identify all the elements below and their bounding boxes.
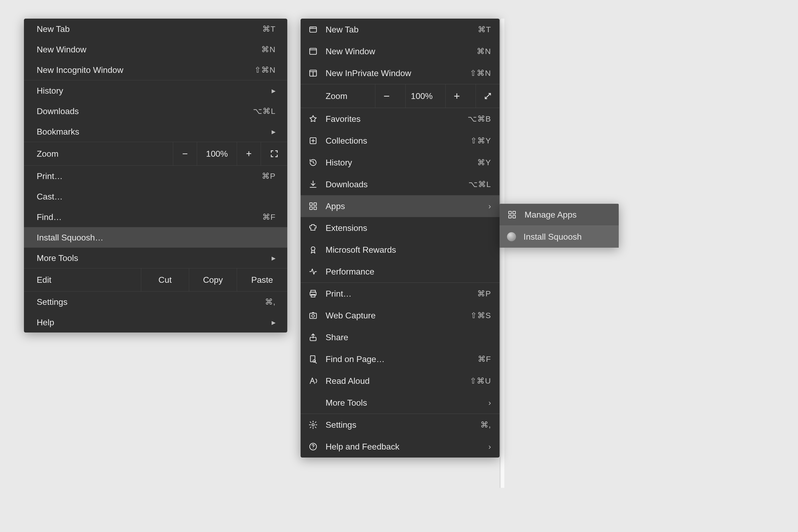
menu-item-extensions[interactable]: Extensions — [301, 217, 499, 239]
zoom-row: Zoom − 100% + — [24, 142, 287, 166]
menu-item-microsoft-rewards[interactable]: Microsoft Rewards — [301, 239, 499, 261]
shortcut-label: ⇧⌘U — [470, 377, 491, 385]
web-capture-icon — [308, 310, 318, 321]
menu-item-share[interactable]: Share — [301, 326, 499, 348]
menu-item-label: Apps — [326, 202, 481, 210]
zoom-value: 100% — [405, 84, 438, 108]
menu-item-web-capture[interactable]: Web Capture ⇧⌘S — [301, 305, 499, 326]
menu-item-apps[interactable]: Apps › — [301, 195, 499, 217]
menu-item-label: Downloads — [326, 180, 461, 189]
menu-item-more-tools[interactable]: More Tools ▸ — [24, 248, 287, 268]
menu-item-settings[interactable]: Settings ⌘, — [301, 414, 499, 436]
menu-item-label: History — [37, 87, 271, 95]
menu-item-label: Help and Feedback — [326, 442, 481, 451]
shortcut-label: ⌥⌘L — [469, 180, 491, 188]
submenu-chevron-icon: ▸ — [271, 128, 276, 136]
submenu-item-manage-apps[interactable]: Manage Apps — [499, 204, 619, 226]
menu-item-print[interactable]: Print… ⌘P — [301, 283, 499, 305]
menu-item-downloads[interactable]: Downloads ⌥⌘L — [301, 173, 499, 195]
svg-point-1 — [311, 27, 311, 28]
menu-item-print[interactable]: Print… ⌘P — [24, 166, 287, 186]
menu-item-label: New Incognito Window — [37, 66, 254, 74]
fullscreen-button[interactable] — [476, 84, 499, 108]
menu-item-label: More Tools — [37, 254, 271, 262]
menu-item-label: Downloads — [37, 107, 253, 115]
edge-overflow-menu: New Tab ⌘T New Window ⌘N New InPrivate W… — [301, 19, 499, 457]
shortcut-label: ⌘N — [261, 45, 276, 54]
menu-item-more-tools[interactable]: More Tools › — [301, 392, 499, 414]
new-window-icon — [308, 46, 318, 56]
svg-rect-10 — [314, 207, 317, 210]
shortcut-label: ⇧⌘S — [470, 311, 491, 320]
copy-button[interactable]: Copy — [189, 268, 237, 291]
new-tab-icon — [308, 24, 318, 35]
shortcut-label: ⌘T — [262, 25, 276, 33]
menu-item-new-window[interactable]: New Window ⌘N — [24, 39, 287, 60]
menu-item-collections[interactable]: Collections ⇧⌘Y — [301, 130, 499, 152]
menu-item-bookmarks[interactable]: Bookmarks ▸ — [24, 121, 287, 142]
menu-item-label: Microsoft Rewards — [326, 246, 491, 254]
zoom-out-button[interactable]: − — [375, 84, 398, 108]
menu-item-label: Find… — [37, 213, 262, 221]
shortcut-label: ⌘P — [477, 290, 491, 298]
svg-point-2 — [312, 27, 312, 28]
share-icon — [308, 332, 318, 342]
menu-item-find[interactable]: Find… ⌘F — [24, 207, 287, 227]
cut-button[interactable]: Cut — [141, 268, 189, 291]
paste-button[interactable]: Paste — [237, 268, 287, 291]
menu-item-cast[interactable]: Cast… — [24, 186, 287, 207]
menu-item-label: Favorites — [326, 115, 460, 123]
menu-item-label: Cast… — [37, 192, 276, 201]
edit-row: Edit Cut Copy Paste — [24, 268, 287, 291]
rewards-icon — [308, 245, 318, 255]
zoom-in-button[interactable]: + — [237, 142, 261, 166]
menu-item-new-window[interactable]: New Window ⌘N — [301, 40, 499, 62]
history-icon — [308, 157, 318, 168]
menu-item-downloads[interactable]: Downloads ⌥⌘L — [24, 101, 287, 121]
menu-item-install-app[interactable]: Install Squoosh… — [24, 227, 287, 248]
collections-icon — [308, 136, 318, 146]
shortcut-label: ⌥⌘L — [253, 107, 276, 115]
svg-rect-14 — [311, 294, 315, 297]
menu-item-new-tab[interactable]: New Tab ⌘T — [301, 19, 499, 40]
menu-item-settings[interactable]: Settings ⌘, — [24, 291, 287, 312]
shortcut-label: ⌘F — [262, 213, 276, 221]
shortcut-label: ⇧⌘N — [470, 69, 491, 77]
menu-item-label: Collections — [326, 136, 463, 145]
submenu-chevron-icon: ▸ — [271, 254, 276, 262]
menu-item-history[interactable]: History ▸ — [24, 80, 287, 101]
menu-item-label: Settings — [326, 421, 473, 429]
menu-item-label: Find on Page… — [326, 355, 470, 363]
submenu-chevron-icon: ▸ — [271, 87, 276, 95]
shortcut-label: ⌘, — [480, 421, 491, 429]
menu-item-new-tab[interactable]: New Tab ⌘T — [24, 19, 287, 39]
menu-item-performance[interactable]: Performance — [301, 261, 499, 283]
menu-item-help-and-feedback[interactable]: Help and Feedback › — [301, 436, 499, 457]
zoom-out-button[interactable]: − — [173, 142, 197, 166]
menu-item-label: Manage Apps — [525, 210, 610, 219]
fullscreen-icon — [270, 150, 278, 158]
submenu-item-install-squoosh[interactable]: Install Squoosh — [499, 226, 619, 248]
menu-item-new-incognito-window[interactable]: New Incognito Window ⇧⌘N — [24, 60, 287, 80]
menu-item-new-inprivate-window[interactable]: New InPrivate Window ⇧⌘N — [301, 62, 499, 84]
fullscreen-button[interactable] — [261, 142, 287, 166]
shortcut-label: ⌘, — [265, 298, 276, 306]
menu-item-read-aloud[interactable]: Read Aloud ⇧⌘U — [301, 370, 499, 392]
menu-item-favorites[interactable]: Favorites ⌥⌘B — [301, 108, 499, 130]
menu-item-label: Performance — [326, 267, 491, 276]
inprivate-icon — [308, 68, 318, 78]
zoom-in-button[interactable]: + — [445, 84, 468, 108]
menu-item-find-on-page[interactable]: Find on Page… ⌘F — [301, 348, 499, 370]
menu-item-help[interactable]: Help ▸ — [24, 312, 287, 332]
chrome-overflow-menu: New Tab ⌘T New Window ⌘N New Incognito W… — [24, 19, 287, 332]
shortcut-label: ⌘P — [262, 172, 276, 180]
shortcut-label: ⌥⌘B — [468, 115, 491, 123]
menu-item-history[interactable]: History ⌘Y — [301, 152, 499, 173]
zoom-controls: − 100% + — [173, 142, 287, 166]
svg-rect-26 — [513, 215, 515, 218]
menu-item-label: New Tab — [37, 25, 262, 33]
svg-rect-15 — [310, 314, 317, 319]
read-aloud-icon — [308, 376, 318, 386]
settings-icon — [308, 420, 318, 430]
menu-item-label: New Window — [326, 47, 469, 56]
